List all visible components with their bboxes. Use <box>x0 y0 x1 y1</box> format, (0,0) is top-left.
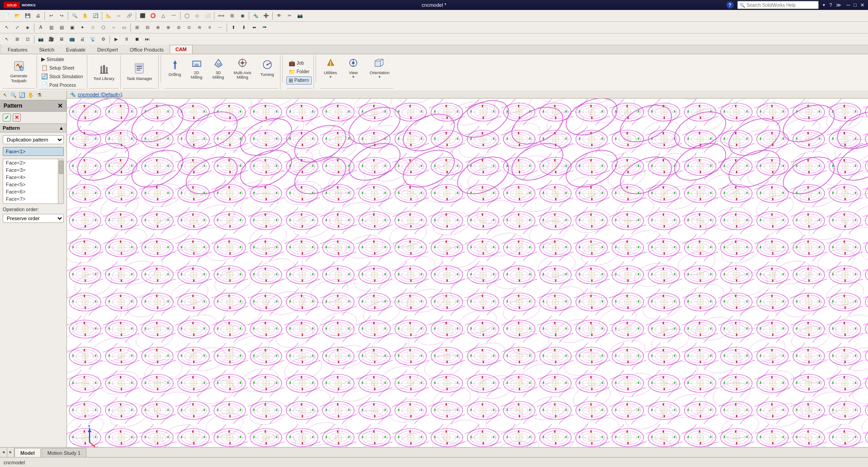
print-btn[interactable]: 🖨 <box>33 11 43 21</box>
insert-comp-btn[interactable]: ➕ <box>261 11 271 21</box>
r3-btn8[interactable]: 🖨 <box>77 34 87 44</box>
scroll-left-arrow[interactable]: ◄ <box>0 447 7 457</box>
tab-office-products[interactable]: Office Products <box>124 45 170 54</box>
circular-pattern-btn[interactable]: ◉ <box>237 11 247 21</box>
sweep-btn[interactable]: 〰 <box>169 11 179 21</box>
r2-btn4[interactable]: ▣ <box>67 23 77 33</box>
question-icon[interactable]: ? <box>829 2 832 8</box>
cancel-btn[interactable]: ✕ <box>13 113 21 122</box>
rotate-btn[interactable]: 🔄 <box>90 11 100 21</box>
folder-btn[interactable]: 📁 Folder <box>286 68 312 76</box>
face-list-item-3[interactable]: Face<3> <box>3 166 58 174</box>
pan-btn[interactable]: ✋ <box>80 11 90 21</box>
mirror-btn[interactable]: ⟺ <box>216 11 227 21</box>
face-list-item-4[interactable]: Face<4> <box>3 174 58 181</box>
cam-tree-path[interactable]: cncmodel (Default<) <box>78 92 123 97</box>
r2-btn6[interactable]: ☆ <box>88 23 98 33</box>
face-list-item-6[interactable]: Face<6> <box>3 188 58 195</box>
tool-library-btn[interactable]: Tool Library <box>89 60 119 84</box>
extrude-btn[interactable]: ⬛ <box>138 11 147 21</box>
new-btn[interactable]: 📄 <box>2 11 12 21</box>
r2-btn10[interactable]: ⊞ <box>132 23 142 33</box>
save-btn[interactable]: 💾 <box>23 11 33 21</box>
r3-btn1[interactable]: ↖ <box>2 34 12 44</box>
generate-toolpath-btn[interactable]: G GenerateToolpath <box>6 58 32 85</box>
r2-btn16[interactable]: ≋ <box>194 23 204 33</box>
r3-btn5[interactable]: 🎥 <box>46 34 56 44</box>
zoom-fit-btn[interactable]: ⤢ <box>12 23 22 33</box>
face-list-item-7[interactable]: Face<7> <box>3 195 58 203</box>
viewport-canvas[interactable]: Y X <box>67 99 868 457</box>
tab-motion-study[interactable]: Motion Study 1 <box>42 448 86 457</box>
face-list-item-2[interactable]: Face<2> <box>3 159 58 166</box>
search-box[interactable]: 🔍 <box>737 1 819 9</box>
loft-btn[interactable]: △ <box>158 11 168 21</box>
r3-btn11[interactable]: ▶ <box>111 34 121 44</box>
pattern-btn[interactable]: ⊞ Pattern <box>286 76 312 85</box>
camera-btn[interactable]: 📷 <box>295 11 305 21</box>
panel-filter-btn[interactable]: ⚗ <box>35 91 43 99</box>
panel-pan-btn[interactable]: ✋ <box>27 91 35 99</box>
r3-btn2[interactable]: ⊞ <box>12 34 22 44</box>
revolve-btn[interactable]: ⭕ <box>148 11 158 21</box>
tab-evaluate[interactable]: Evaluate <box>60 45 91 54</box>
section-view-btn[interactable]: ✂ <box>285 11 294 21</box>
r3-btn9[interactable]: 📡 <box>88 34 98 44</box>
milling-2d-btn[interactable]: 2D 2DMilling <box>186 55 207 81</box>
select-btn[interactable]: ↖ <box>2 23 12 33</box>
sketch-btn[interactable]: 📐 <box>104 11 114 21</box>
display-btn[interactable]: 👁 <box>274 11 284 21</box>
r2-btn18[interactable]: ⋯ <box>215 23 225 33</box>
r3-btn12[interactable]: ⏸ <box>122 34 132 44</box>
r2-btn20[interactable]: ⬇ <box>239 23 249 33</box>
view3d-btn[interactable]: ◈ <box>23 23 33 33</box>
r3-btn3[interactable]: ⊡ <box>23 34 33 44</box>
simulate-btn[interactable]: ▶ Simulate <box>39 55 85 63</box>
r2-btn21[interactable]: ⬅ <box>249 23 259 33</box>
r3-btn6[interactable]: 🖥 <box>57 34 66 44</box>
tab-model[interactable]: Model <box>14 448 41 457</box>
assembly-btn[interactable]: 🔩 <box>251 11 261 21</box>
r2-btn9[interactable]: ▭ <box>119 23 129 33</box>
maximize-btn[interactable]: □ <box>854 2 857 8</box>
r2-btn7[interactable]: ⬡ <box>98 23 108 33</box>
panel-rotate-btn[interactable]: 🔄 <box>18 91 26 99</box>
face-list-item-5[interactable]: Face<5> <box>3 181 58 188</box>
r3-btn14[interactable]: ⏭ <box>142 34 152 44</box>
operation-order-dropdown[interactable]: Preserve order Optimize order <box>3 214 64 223</box>
setup-sheet-btn[interactable]: 📋 Setup Sheet <box>39 64 85 72</box>
r3-btn10[interactable]: ⚙ <box>98 34 108 44</box>
chamfer-btn[interactable]: ◇ <box>192 11 202 21</box>
r2-btn22[interactable]: ⮕ <box>260 23 270 33</box>
tab-dimxpert[interactable]: DimXpert <box>91 45 124 54</box>
tab-cam[interactable]: CAM <box>170 45 193 54</box>
r3-btn4[interactable]: 📷 <box>36 34 46 44</box>
r2-btn1[interactable]: A <box>36 23 46 33</box>
utilities-btn[interactable]: Utilities ▼ <box>320 55 341 80</box>
more-icon[interactable]: ≫ <box>836 2 841 8</box>
turning-btn[interactable]: Turning <box>256 55 278 80</box>
face-list-scrollbar[interactable] <box>58 159 63 203</box>
shell-btn[interactable]: ⬜ <box>203 11 213 21</box>
r3-btn13[interactable]: ⏹ <box>132 34 142 44</box>
fillet-btn[interactable]: ◯ <box>182 11 192 21</box>
r2-btn2[interactable]: ▥ <box>46 23 56 33</box>
r2-btn13[interactable]: ⊗ <box>163 23 173 33</box>
linear-pattern-btn[interactable]: ⊞ <box>227 11 237 21</box>
multi-axis-btn[interactable]: Multi-AxisMilling <box>230 55 256 81</box>
pattern-collapse-icon[interactable]: ✕ <box>57 102 63 109</box>
pattern-section-header[interactable]: Pattern ▲ <box>0 124 66 132</box>
scrollbar-thumb[interactable] <box>59 160 63 174</box>
tab-features[interactable]: Features <box>2 45 33 54</box>
open-btn[interactable]: 📂 <box>12 11 22 21</box>
r3-btn7[interactable]: 📺 <box>67 34 77 44</box>
ok-btn[interactable]: ✓ <box>3 113 11 122</box>
relations-btn[interactable]: 🔗 <box>124 11 134 21</box>
r2-btn14[interactable]: ⊘ <box>174 23 184 33</box>
task-manager-btn[interactable]: Task Manager <box>123 60 157 84</box>
view-btn[interactable]: View ▼ <box>343 55 364 80</box>
r2-btn5[interactable]: ✦ <box>77 23 87 33</box>
r2-btn3[interactable]: ▤ <box>57 23 66 33</box>
search-dropdown-icon[interactable]: ▼ <box>822 3 826 7</box>
r2-btn17[interactable]: ≡ <box>205 23 215 33</box>
